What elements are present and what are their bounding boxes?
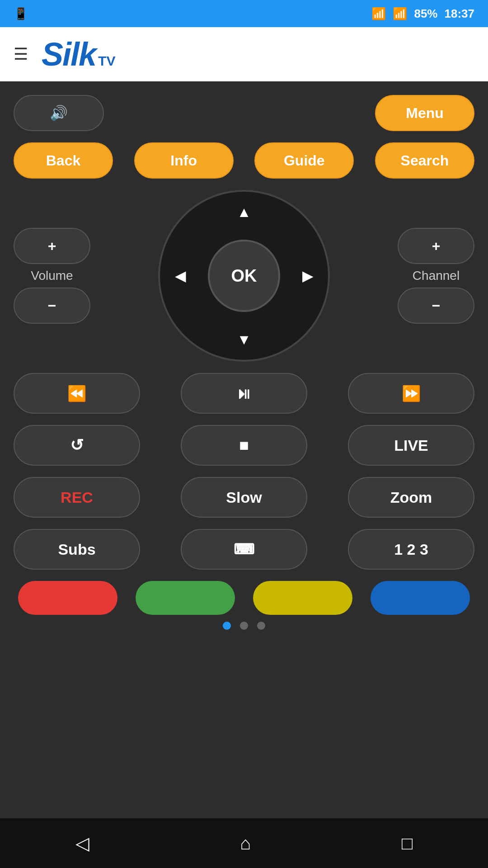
volume-label: Volume xyxy=(31,269,73,283)
signal-icon: 📶 xyxy=(393,7,407,21)
subs-row: Subs ⌨ 1 2 3 xyxy=(14,529,474,570)
guide-button[interactable]: Guide xyxy=(254,142,354,179)
hamburger-menu-button[interactable]: ☰ xyxy=(14,45,28,64)
notification-icon: 📱 xyxy=(14,7,28,21)
rec-row: REC Slow Zoom xyxy=(14,477,474,518)
app-logo: Silk TV xyxy=(42,38,115,71)
info-label: Info xyxy=(170,152,197,169)
dpad-right-button[interactable]: ▶ xyxy=(294,262,321,289)
battery-label: 85% xyxy=(414,7,437,20)
guide-label: Guide xyxy=(284,152,325,169)
time-display: 18:37 xyxy=(445,7,475,21)
back-nav-icon: ◁ xyxy=(75,833,89,853)
red-button[interactable] xyxy=(18,581,117,615)
logo-suffix: TV xyxy=(98,53,115,69)
page-indicators xyxy=(223,622,265,630)
replay-icon: ↺ xyxy=(70,436,84,455)
status-right: 📶 📶 85% 18:37 xyxy=(371,7,474,21)
playback-row: ⏪ ⏯ ⏩ xyxy=(14,373,474,414)
mute-button[interactable]: 🔊 xyxy=(14,95,104,131)
stop-icon: ■ xyxy=(239,436,249,455)
dpad-container: ▲ ◀ OK ▶ ▼ xyxy=(158,190,330,362)
speaker-icon: 🔊 xyxy=(50,104,68,122)
rewind-button[interactable]: ⏪ xyxy=(14,373,140,414)
volume-control: + Volume − xyxy=(14,228,90,324)
back-nav-button[interactable]: ◁ xyxy=(57,828,108,858)
dot-1 xyxy=(223,622,231,630)
fast-forward-icon: ⏩ xyxy=(402,384,421,402)
yellow-button[interactable] xyxy=(253,581,352,615)
dpad-up-button[interactable]: ▲ xyxy=(230,198,258,226)
keyboard-icon: ⌨ xyxy=(234,541,254,558)
recents-nav-icon: □ xyxy=(402,833,413,853)
blue-button[interactable] xyxy=(371,581,470,615)
channel-plus-label: + xyxy=(432,238,441,255)
replay-button[interactable]: ↺ xyxy=(14,425,140,466)
dpad-left-button[interactable]: ◀ xyxy=(167,262,194,289)
nav-row: Back Info Guide Search xyxy=(14,142,474,179)
volume-minus-label: − xyxy=(48,297,56,314)
numbers-button[interactable]: 1 2 3 xyxy=(348,529,474,570)
subs-label: Subs xyxy=(58,541,95,558)
dpad-down-button[interactable]: ▼ xyxy=(230,326,258,353)
home-nav-icon: ⌂ xyxy=(240,833,251,853)
app-header: ☰ Silk TV xyxy=(0,27,488,81)
zoom-label: Zoom xyxy=(390,489,432,506)
numbers-label: 1 2 3 xyxy=(394,541,428,558)
menu-button[interactable]: Menu xyxy=(375,95,474,131)
ok-button[interactable]: OK xyxy=(208,240,280,312)
channel-minus-label: − xyxy=(432,297,441,314)
battery-indicator: 85% xyxy=(414,7,437,21)
info-button[interactable]: Info xyxy=(134,142,234,179)
subs-button[interactable]: Subs xyxy=(14,529,140,570)
rewind-icon: ⏪ xyxy=(67,384,86,402)
remote-control-panel: 🔊 Menu Back Info Guide Search + Volume − xyxy=(0,81,488,818)
channel-up-button[interactable]: + xyxy=(398,228,474,264)
volume-up-button[interactable]: + xyxy=(14,228,90,264)
dot-3 xyxy=(257,622,265,630)
search-label: Search xyxy=(401,152,449,169)
status-left: 📱 xyxy=(14,7,28,21)
live-button[interactable]: LIVE xyxy=(348,425,474,466)
volume-down-button[interactable]: − xyxy=(14,288,90,324)
status-bar: 📱 📶 📶 85% 18:37 xyxy=(0,0,488,27)
volume-plus-label: + xyxy=(48,238,56,255)
green-button[interactable] xyxy=(136,581,235,615)
system-nav-bar: ◁ ⌂ □ xyxy=(0,818,488,868)
back-label: Back xyxy=(46,152,81,169)
dot-2 xyxy=(240,622,248,630)
channel-label: Channel xyxy=(413,269,460,283)
color-buttons-row xyxy=(14,581,474,615)
replay-row: ↺ ■ LIVE xyxy=(14,425,474,466)
live-label: LIVE xyxy=(394,437,428,454)
slow-label: Slow xyxy=(226,489,262,506)
search-button[interactable]: Search xyxy=(375,142,474,179)
slow-button[interactable]: Slow xyxy=(181,477,307,518)
fast-forward-button[interactable]: ⏩ xyxy=(348,373,474,414)
rec-label: REC xyxy=(61,489,93,506)
logo-text: Silk xyxy=(42,38,96,71)
play-pause-icon: ⏯ xyxy=(236,385,252,402)
dpad-section: + Volume − ▲ ◀ OK ▶ xyxy=(14,190,474,362)
recents-nav-button[interactable]: □ xyxy=(384,829,431,858)
keyboard-button[interactable]: ⌨ xyxy=(181,529,307,570)
channel-down-button[interactable]: − xyxy=(398,288,474,324)
back-button[interactable]: Back xyxy=(14,142,113,179)
home-nav-button[interactable]: ⌂ xyxy=(222,829,269,858)
channel-control: + Channel − xyxy=(398,228,474,324)
menu-label: Menu xyxy=(406,105,444,122)
zoom-button[interactable]: Zoom xyxy=(348,477,474,518)
dpad-circle: ▲ ◀ OK ▶ ▼ xyxy=(158,190,330,362)
top-row: 🔊 Menu xyxy=(14,95,474,131)
wifi-icon: 📶 xyxy=(371,7,386,21)
stop-button[interactable]: ■ xyxy=(181,425,307,466)
play-pause-button[interactable]: ⏯ xyxy=(181,373,307,414)
rec-button[interactable]: REC xyxy=(14,477,140,518)
